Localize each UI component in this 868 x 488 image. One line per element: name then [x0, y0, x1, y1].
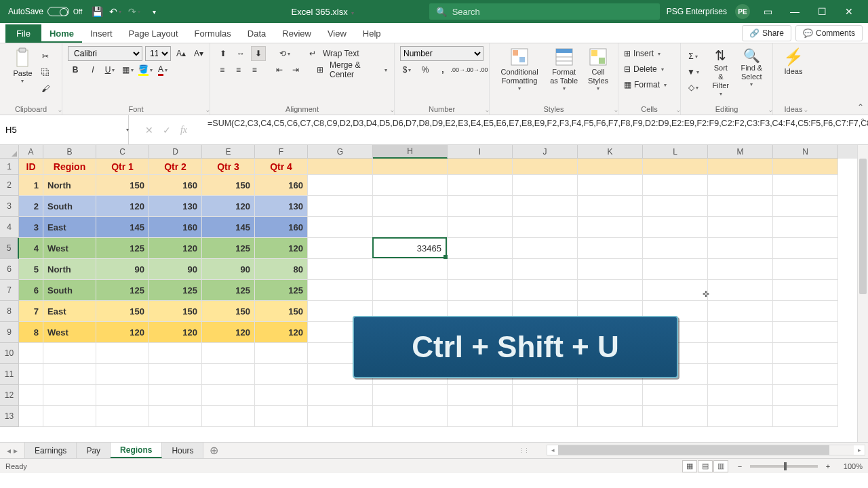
cell[interactable]: 120 — [255, 238, 308, 259]
cell[interactable] — [19, 385, 43, 406]
percent-format-icon[interactable]: % — [418, 62, 433, 77]
cell[interactable]: 90 — [149, 259, 202, 280]
cell[interactable]: 120 — [96, 196, 149, 217]
cell[interactable] — [513, 280, 578, 301]
cell[interactable] — [202, 385, 255, 406]
cell[interactable] — [513, 406, 578, 427]
decrease-decimal-icon[interactable]: .0→.00 — [471, 62, 486, 77]
cell[interactable] — [96, 343, 149, 364]
cell[interactable] — [308, 280, 373, 301]
cell[interactable]: 125 — [255, 280, 308, 301]
font-name-select[interactable]: Calibri — [68, 46, 142, 61]
cell[interactable]: 145 — [96, 217, 149, 238]
cell[interactable]: 120 — [202, 196, 255, 217]
orientation-icon[interactable]: ⟲▾ — [278, 46, 293, 61]
minimize-icon[interactable]: — — [788, 5, 802, 18]
cut-icon[interactable]: ✂ — [38, 49, 53, 64]
cell[interactable] — [643, 238, 708, 259]
row-header[interactable]: 2 — [0, 175, 19, 196]
page-break-view-icon[interactable]: ▥ — [713, 460, 728, 472]
cell[interactable]: South — [43, 280, 96, 301]
column-header[interactable]: B — [43, 145, 96, 159]
cell[interactable] — [149, 406, 202, 427]
cell[interactable] — [578, 196, 643, 217]
cell[interactable] — [773, 406, 838, 427]
cell[interactable] — [373, 217, 448, 238]
border-button[interactable]: ▦▾ — [121, 62, 136, 77]
cell[interactable] — [578, 217, 643, 238]
paste-button[interactable]: Paste▾ — [9, 46, 36, 86]
insert-function-icon[interactable]: fx — [180, 125, 187, 136]
row-header[interactable]: 5 — [0, 238, 19, 259]
cell[interactable] — [773, 217, 838, 238]
sheet-tab[interactable]: Hours — [162, 443, 203, 458]
cell[interactable] — [19, 406, 43, 427]
cell[interactable] — [373, 406, 448, 427]
underline-button[interactable]: U▾ — [103, 62, 118, 77]
cell[interactable] — [43, 385, 96, 406]
sheet-tab[interactable]: Earnings — [25, 443, 77, 458]
format-cells-button[interactable]: ▦ Format ▾ — [624, 77, 668, 92]
enter-formula-icon[interactable]: ✓ — [163, 125, 171, 136]
cell[interactable] — [773, 159, 838, 175]
vertical-scroll-thumb[interactable] — [859, 159, 867, 294]
cell[interactable] — [373, 385, 448, 406]
column-header[interactable]: M — [708, 145, 773, 159]
redo-icon[interactable]: ↷▾ — [128, 5, 142, 18]
cell[interactable] — [308, 238, 373, 259]
cell[interactable] — [708, 406, 773, 427]
cell[interactable] — [708, 217, 773, 238]
cell[interactable] — [149, 343, 202, 364]
cell[interactable]: 145 — [202, 217, 255, 238]
cell[interactable]: 90 — [96, 259, 149, 280]
row-header[interactable]: 3 — [0, 196, 19, 217]
column-header[interactable]: N — [773, 145, 838, 159]
cell[interactable] — [373, 175, 448, 196]
cell[interactable] — [255, 364, 308, 385]
column-header[interactable]: D — [149, 145, 202, 159]
row-header[interactable]: 13 — [0, 406, 19, 427]
zoom-out-button[interactable]: − — [735, 462, 745, 470]
cell[interactable] — [708, 159, 773, 175]
fill-color-button[interactable]: 🪣▾ — [138, 62, 153, 77]
cell[interactable]: Region — [43, 159, 96, 175]
cell[interactable] — [513, 175, 578, 196]
number-format-select[interactable]: Number — [400, 46, 484, 61]
cell[interactable]: 130 — [149, 196, 202, 217]
cell[interactable]: Qtr 2 — [149, 159, 202, 175]
cell[interactable]: 150 — [202, 175, 255, 196]
cell[interactable]: East — [43, 217, 96, 238]
cell[interactable]: 80 — [255, 259, 308, 280]
column-header[interactable]: L — [643, 145, 708, 159]
cell[interactable] — [308, 259, 373, 280]
add-sheet-button[interactable]: ⊕ — [203, 443, 224, 458]
cell[interactable] — [448, 175, 513, 196]
cell[interactable] — [513, 238, 578, 259]
cell[interactable]: 8 — [19, 322, 43, 343]
cell[interactable] — [773, 364, 838, 385]
cell[interactable] — [773, 196, 838, 217]
cell[interactable]: North — [43, 259, 96, 280]
cell[interactable] — [448, 238, 513, 259]
cell[interactable] — [308, 196, 373, 217]
column-header[interactable]: J — [513, 145, 578, 159]
tab-help[interactable]: Help — [355, 24, 389, 43]
page-layout-view-icon[interactable]: ▤ — [698, 460, 713, 472]
cell[interactable] — [308, 385, 373, 406]
close-icon[interactable]: ✕ — [842, 5, 856, 18]
delete-cells-button[interactable]: ⊟ Delete ▾ — [624, 62, 665, 77]
column-header[interactable]: G — [308, 145, 373, 159]
cell[interactable] — [643, 159, 708, 175]
cell[interactable] — [448, 385, 513, 406]
align-middle-icon[interactable]: ↔ — [233, 46, 248, 61]
zoom-level[interactable]: 100% — [833, 462, 863, 470]
cell[interactable] — [773, 238, 838, 259]
cell[interactable]: 160 — [255, 217, 308, 238]
cell[interactable]: 120 — [149, 238, 202, 259]
clear-icon[interactable]: ◇▾ — [686, 80, 701, 95]
scroll-right-icon[interactable]: ▸ — [854, 445, 865, 455]
tab-insert[interactable]: Insert — [82, 24, 121, 43]
vertical-scrollbar[interactable] — [857, 145, 868, 442]
cell[interactable] — [578, 385, 643, 406]
cell[interactable]: 150 — [96, 301, 149, 322]
